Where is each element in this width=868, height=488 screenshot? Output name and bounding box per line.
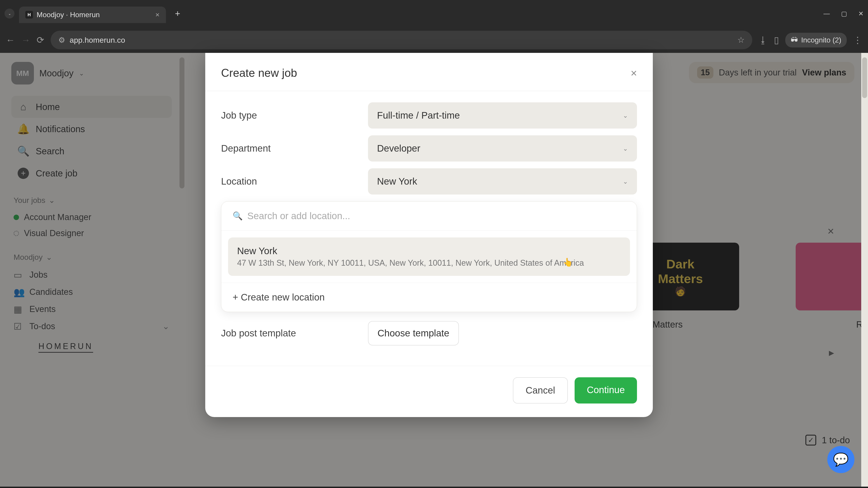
chevron-down-icon: ⌄ — [623, 112, 628, 119]
support-chat-button[interactable]: 💬 — [827, 446, 855, 473]
create-new-location-button[interactable]: + Create new location — [221, 283, 637, 312]
location-search-input[interactable] — [247, 210, 625, 221]
dropdown-search-row: 🔍 — [221, 201, 637, 230]
modal-body: Job type Full-time / Part-time ⌄ Departm… — [205, 91, 653, 359]
close-modal-icon[interactable]: × — [631, 67, 637, 79]
site-settings-icon[interactable]: ⚙ — [58, 35, 65, 44]
department-select[interactable]: Developer ⌄ — [368, 135, 637, 162]
choose-template-button[interactable]: Choose template — [368, 321, 459, 346]
job-type-select[interactable]: Full-time / Part-time ⌄ — [368, 102, 637, 129]
form-row-job-type: Job type Full-time / Part-time ⌄ — [221, 102, 637, 129]
option-title: New York — [237, 246, 621, 256]
maximize-icon[interactable]: ▢ — [841, 10, 847, 18]
forward-button[interactable]: → — [21, 35, 30, 45]
new-tab-button[interactable]: + — [175, 8, 180, 19]
form-row-location: Location New York ⌄ — [221, 168, 637, 195]
incognito-icon: 🕶 — [791, 36, 798, 44]
modal-footer: Cancel Continue — [205, 366, 653, 417]
location-dropdown: 🔍 New York 47 W 13th St, New York, NY 10… — [221, 201, 637, 312]
chevron-down-icon: ⌄ — [8, 11, 11, 16]
tab-list-button[interactable]: ⌄ — [4, 8, 14, 19]
department-label: Department — [221, 143, 368, 154]
app-container: MM Moodjoy ⌄ ⌂ Home 🔔 Notifications 🔍 Se… — [0, 53, 868, 487]
location-select[interactable]: New York ⌄ — [368, 168, 637, 195]
page-scrollbar[interactable] — [861, 53, 868, 487]
tab-bar: ⌄ H Moodjoy · Homerun × + — ▢ ✕ — [0, 0, 868, 27]
location-label: Location — [221, 176, 368, 187]
tab-favicon: H — [25, 11, 33, 19]
continue-button[interactable]: Continue — [575, 377, 637, 403]
reader-icon[interactable]: ▯ — [774, 35, 779, 45]
scrollbar-thumb[interactable] — [862, 57, 867, 98]
job-type-label: Job type — [221, 110, 368, 121]
select-value: New York — [377, 176, 417, 187]
chat-icon: 💬 — [833, 452, 849, 467]
create-job-modal: Create new job × Job type Full-time / Pa… — [205, 53, 653, 417]
cancel-button[interactable]: Cancel — [513, 377, 568, 403]
menu-icon[interactable]: ⋮ — [853, 35, 862, 45]
modal-header: Create new job × — [205, 53, 653, 91]
chevron-down-icon: ⌄ — [623, 178, 628, 185]
browser-chrome: ⌄ H Moodjoy · Homerun × + — ▢ ✕ ← → ⟳ ⚙ … — [0, 0, 868, 53]
back-button[interactable]: ← — [6, 35, 15, 45]
select-value: Developer — [377, 143, 420, 154]
url-text: app.homerun.co — [70, 36, 125, 44]
incognito-badge[interactable]: 🕶 Incognito (2) — [785, 33, 847, 47]
search-icon: 🔍 — [232, 211, 243, 221]
close-window-icon[interactable]: ✕ — [858, 10, 864, 18]
minimize-icon[interactable]: — — [824, 10, 830, 18]
modal-title: Create new job — [221, 66, 297, 79]
template-label: Job post template — [221, 328, 368, 339]
window-controls: — ▢ ✕ — [824, 10, 864, 18]
form-row-department: Department Developer ⌄ — [221, 135, 637, 162]
downloads-icon[interactable]: ⭳ — [758, 35, 768, 45]
form-row-template: Job post template Choose template — [221, 321, 637, 346]
select-value: Full-time / Part-time — [377, 110, 460, 121]
divider — [221, 230, 637, 231]
location-option-new-york[interactable]: New York 47 W 13th St, New York, NY 1001… — [228, 237, 630, 276]
url-bar[interactable]: ⚙ app.homerun.co ☆ — [51, 31, 752, 49]
chevron-down-icon: ⌄ — [623, 145, 628, 152]
incognito-label: Incognito (2) — [801, 36, 841, 44]
close-tab-icon[interactable]: × — [155, 11, 160, 19]
address-bar-row: ← → ⟳ ⚙ app.homerun.co ☆ ⭳ ▯ 🕶 Incognito… — [0, 27, 868, 53]
bookmark-star-icon[interactable]: ☆ — [737, 35, 745, 45]
cursor-icon: 👆 — [563, 258, 573, 267]
browser-tab[interactable]: H Moodjoy · Homerun × — [19, 6, 166, 23]
reload-button[interactable]: ⟳ — [37, 35, 44, 45]
tab-title: Moodjoy · Homerun — [37, 11, 100, 19]
